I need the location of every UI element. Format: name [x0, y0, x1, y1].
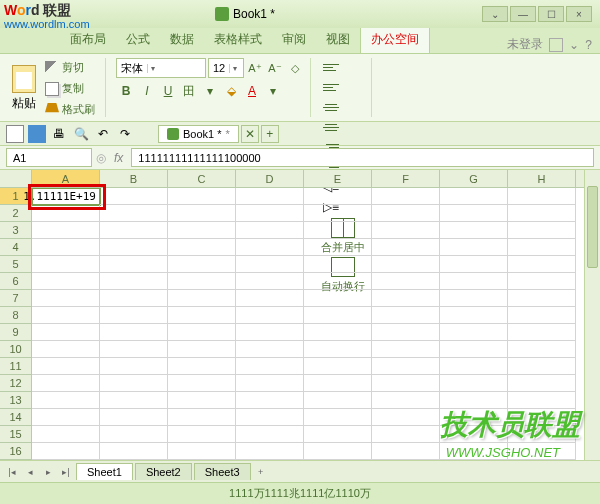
cell[interactable] [236, 409, 304, 426]
cell[interactable] [100, 409, 168, 426]
font-name-combo[interactable]: 宋体▾ [116, 58, 206, 78]
cell[interactable] [440, 341, 508, 358]
cell[interactable] [32, 256, 100, 273]
close-button[interactable]: × [566, 6, 592, 22]
cell[interactable] [372, 205, 440, 222]
cell[interactable] [100, 375, 168, 392]
row-header[interactable]: 2 [0, 205, 32, 222]
paste-button[interactable]: 粘贴 [10, 63, 38, 114]
cell[interactable] [236, 341, 304, 358]
cell[interactable] [168, 392, 236, 409]
menu-view[interactable]: 视图 [316, 26, 360, 53]
italic-button[interactable]: I [137, 81, 157, 101]
add-sheet-button[interactable]: + [253, 464, 269, 480]
cell[interactable] [100, 290, 168, 307]
cut-button[interactable]: 剪切 [41, 58, 99, 77]
cell[interactable] [508, 443, 576, 460]
cell[interactable] [236, 222, 304, 239]
menu-review[interactable]: 审阅 [272, 26, 316, 53]
col-header-a[interactable]: A [32, 170, 100, 187]
first-sheet-button[interactable]: |◂ [4, 464, 20, 480]
menu-formula[interactable]: 公式 [116, 26, 160, 53]
font-color-button[interactable]: A [242, 81, 262, 101]
cell[interactable] [236, 205, 304, 222]
cell[interactable] [32, 341, 100, 358]
cell[interactable] [32, 443, 100, 460]
cell[interactable] [440, 392, 508, 409]
cell[interactable] [168, 205, 236, 222]
cell[interactable] [440, 426, 508, 443]
cell[interactable] [32, 290, 100, 307]
cell[interactable] [440, 188, 508, 205]
cell[interactable] [236, 273, 304, 290]
cell[interactable] [168, 375, 236, 392]
cell[interactable] [372, 239, 440, 256]
sheet-tab-1[interactable]: Sheet1 [76, 463, 133, 480]
cell[interactable] [304, 273, 372, 290]
cell[interactable] [168, 443, 236, 460]
cell[interactable] [372, 324, 440, 341]
cell[interactable] [440, 239, 508, 256]
cell[interactable] [440, 324, 508, 341]
cell[interactable] [508, 409, 576, 426]
cell[interactable] [168, 188, 236, 205]
sys-menu-button[interactable]: ⌄ [482, 6, 508, 22]
cell[interactable] [32, 222, 100, 239]
cell[interactable] [508, 290, 576, 307]
col-header-h[interactable]: H [508, 170, 576, 187]
cell[interactable] [508, 392, 576, 409]
cancel-icon[interactable]: ◎ [96, 151, 106, 165]
menu-page-layout[interactable]: 面布局 [60, 26, 116, 53]
row-header[interactable]: 6 [0, 273, 32, 290]
cell[interactable] [236, 256, 304, 273]
font-color-arrow[interactable]: ▾ [263, 81, 283, 101]
next-sheet-button[interactable]: ▸ [40, 464, 56, 480]
menu-mini-1[interactable] [549, 38, 563, 52]
cell[interactable] [236, 307, 304, 324]
cell[interactable] [508, 256, 576, 273]
cell[interactable] [236, 358, 304, 375]
cell[interactable] [508, 324, 576, 341]
cell[interactable] [372, 290, 440, 307]
cell[interactable] [440, 443, 508, 460]
more-border-button[interactable]: ▾ [200, 81, 220, 101]
font-size-combo[interactable]: 12▾ [208, 58, 244, 78]
qat-print-button[interactable]: 🖶 [50, 125, 68, 143]
row-header[interactable]: 12 [0, 375, 32, 392]
fx-button[interactable]: fx [110, 151, 127, 165]
cell[interactable] [236, 290, 304, 307]
cell[interactable] [304, 392, 372, 409]
qat-new-button[interactable] [6, 125, 24, 143]
cell[interactable] [236, 443, 304, 460]
cell[interactable] [100, 239, 168, 256]
cell[interactable] [508, 426, 576, 443]
cell[interactable] [168, 222, 236, 239]
cell[interactable] [168, 358, 236, 375]
row-header[interactable]: 11 [0, 358, 32, 375]
align-left-button[interactable] [321, 78, 341, 96]
cell[interactable] [372, 426, 440, 443]
document-tab[interactable]: Book1 * * [158, 125, 239, 143]
cell[interactable] [168, 273, 236, 290]
cell[interactable] [304, 409, 372, 426]
formula-input[interactable]: 11111111111111100000 [131, 148, 594, 167]
cell[interactable] [32, 426, 100, 443]
cell[interactable] [168, 426, 236, 443]
cell[interactable] [32, 205, 100, 222]
row-header[interactable]: 16 [0, 443, 32, 460]
cell[interactable] [304, 324, 372, 341]
fill-color-button[interactable]: ⬙ [221, 81, 241, 101]
cell[interactable] [508, 205, 576, 222]
cell[interactable] [440, 222, 508, 239]
cell[interactable] [236, 426, 304, 443]
cell[interactable] [508, 188, 576, 205]
col-header-c[interactable]: C [168, 170, 236, 187]
sheet-tab-3[interactable]: Sheet3 [194, 463, 251, 480]
select-all-corner[interactable] [0, 170, 32, 187]
cell[interactable]: 1.11111E+19 [32, 188, 100, 205]
cell[interactable] [372, 443, 440, 460]
row-header[interactable]: 9 [0, 324, 32, 341]
menu-office-space[interactable]: 办公空间 [360, 25, 430, 53]
cell[interactable] [100, 256, 168, 273]
border-button[interactable]: 田 [179, 81, 199, 101]
